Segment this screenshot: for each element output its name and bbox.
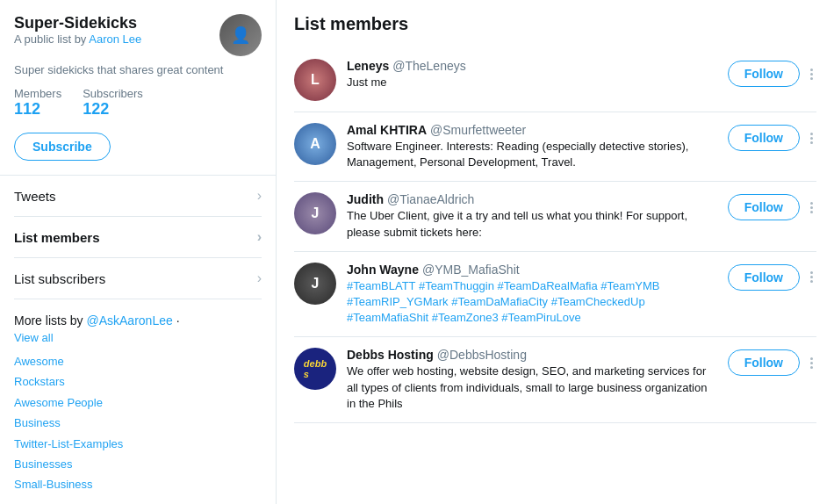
member-info: Judith @TianaeAldrich The Uber Client, g… <box>347 192 717 240</box>
more-options-button[interactable] <box>807 356 816 371</box>
members-list: L Leneys @TheLeneys Just me Follow A Ama… <box>294 48 816 423</box>
follow-button[interactable]: Follow <box>728 194 800 220</box>
list-description: Super sidekicks that shares great conten… <box>14 63 262 76</box>
member-bio: Just me <box>347 75 717 90</box>
more-options-button[interactable] <box>807 67 816 82</box>
subscribers-label: Subscribers <box>83 87 143 100</box>
nav-list: Tweets›List members›List subscribers› <box>14 176 262 299</box>
member-actions: Follow <box>728 348 816 376</box>
avatar: debbs <box>294 348 336 390</box>
member-handle: @TheLeneys <box>392 59 465 73</box>
more-list-link[interactable]: Awesome People <box>14 392 262 413</box>
member-info: Leneys @TheLeneys Just me <box>347 59 717 90</box>
avatar: J <box>294 263 336 305</box>
member-info: John Wayne @YMB_MafiaShit #TeamBLATT #Te… <box>347 263 717 327</box>
more-lists-author[interactable]: @AskAaronLee <box>86 313 172 328</box>
member-name-row: John Wayne @YMB_MafiaShit <box>347 263 717 277</box>
more-list-link[interactable]: Business <box>14 413 262 433</box>
view-all-link[interactable]: View all <box>14 331 262 344</box>
member-bio: We offer web hosting, website design, SE… <box>347 364 717 412</box>
avatar: 👤 <box>219 14 262 56</box>
more-list-link[interactable]: Businesses <box>14 454 262 474</box>
members-label: Members <box>14 87 61 100</box>
member-bio: #TeamBLATT #TeamThuggin #TeamDaRealMafia… <box>347 278 717 327</box>
member-info: Debbs Hosting @DebbsHosting We offer web… <box>347 348 717 412</box>
more-options-button[interactable] <box>807 200 816 215</box>
nav-item-list-members[interactable]: List members› <box>14 217 262 258</box>
more-list-link[interactable]: Awesome <box>14 351 262 371</box>
member-name-row: Leneys @TheLeneys <box>347 59 717 73</box>
member-item: L Leneys @TheLeneys Just me Follow <box>294 48 816 112</box>
member-handle: @YMB_MafiaShit <box>422 263 520 277</box>
member-name-row: Amal KHTIRA @Smurfettweeter <box>347 123 717 137</box>
member-item: debbs Debbs Hosting @DebbsHosting We off… <box>294 337 816 423</box>
follow-button[interactable]: Follow <box>728 61 800 87</box>
member-item: J Judith @TianaeAldrich The Uber Client,… <box>294 182 816 251</box>
subscribe-button[interactable]: Subscribe <box>14 133 111 161</box>
member-bio: Software Engineer. Interests: Reading (e… <box>347 139 717 170</box>
member-actions: Follow <box>728 192 816 220</box>
member-actions: Follow <box>728 59 816 87</box>
member-bio: The Uber Client, give it a try and tell … <box>347 208 717 240</box>
member-handle: @Smurfettweeter <box>430 123 526 137</box>
avatar: J <box>294 192 336 234</box>
subscribers-stat: Subscribers 122 <box>83 87 143 119</box>
more-options-button[interactable] <box>807 270 816 284</box>
subscribers-count: 122 <box>83 100 143 119</box>
sidebar: Super-Sidekicks A public list by Aaron L… <box>0 0 277 504</box>
members-stat: Members 112 <box>14 87 61 119</box>
more-lists-section: More lists by @AskAaronLee · View all Aw… <box>14 313 262 495</box>
more-lists-links: AwesomeRockstarsAwesome PeopleBusinessTw… <box>14 351 262 495</box>
chevron-right-icon: › <box>257 188 262 204</box>
member-info: Amal KHTIRA @Smurfettweeter Software Eng… <box>347 123 717 170</box>
more-list-link[interactable]: Twitter-List-Examples <box>14 434 262 454</box>
sidebar-header: Super-Sidekicks A public list by Aaron L… <box>14 14 262 56</box>
follow-button[interactable]: Follow <box>728 349 800 376</box>
main-content: List members L Leneys @TheLeneys Just me… <box>277 0 834 504</box>
chevron-right-icon: › <box>257 270 262 286</box>
member-name: Debbs Hosting <box>347 348 434 362</box>
more-options-button[interactable] <box>807 131 816 146</box>
more-list-link[interactable]: Small-Business <box>14 474 262 494</box>
member-name-row: Judith @TianaeAldrich <box>347 192 717 206</box>
member-name: Judith <box>347 192 384 206</box>
author-link[interactable]: Aaron Lee <box>89 32 141 46</box>
member-item: A Amal KHTIRA @Smurfettweeter Software E… <box>294 112 816 182</box>
member-handle: @DebbsHosting <box>437 348 527 362</box>
member-handle: @TianaeAldrich <box>387 192 474 206</box>
more-lists-title: More lists by @AskAaronLee · <box>14 313 262 328</box>
chevron-right-icon: › <box>257 229 262 245</box>
more-list-link[interactable]: Rockstars <box>14 371 262 392</box>
nav-item-tweets[interactable]: Tweets› <box>14 176 262 217</box>
member-actions: Follow <box>728 123 816 151</box>
follow-button[interactable]: Follow <box>728 264 800 291</box>
nav-item-list-subscribers[interactable]: List subscribers› <box>14 258 262 299</box>
member-name-row: Debbs Hosting @DebbsHosting <box>347 348 717 362</box>
list-subtitle: A public list by Aaron Lee <box>14 32 141 46</box>
member-name: John Wayne <box>347 263 419 277</box>
member-actions: Follow <box>728 263 816 291</box>
list-title: Super-Sidekicks <box>14 14 141 32</box>
stats-row: Members 112 Subscribers 122 <box>14 87 262 119</box>
sidebar-title-block: Super-Sidekicks A public list by Aaron L… <box>14 14 141 49</box>
follow-button[interactable]: Follow <box>728 125 800 151</box>
member-name: Amal KHTIRA <box>347 123 427 137</box>
member-name: Leneys <box>347 59 389 73</box>
members-count: 112 <box>14 100 61 119</box>
avatar: L <box>294 59 336 101</box>
member-item: J John Wayne @YMB_MafiaShit #TeamBLATT #… <box>294 252 816 338</box>
main-title: List members <box>294 14 816 34</box>
avatar: A <box>294 123 336 165</box>
